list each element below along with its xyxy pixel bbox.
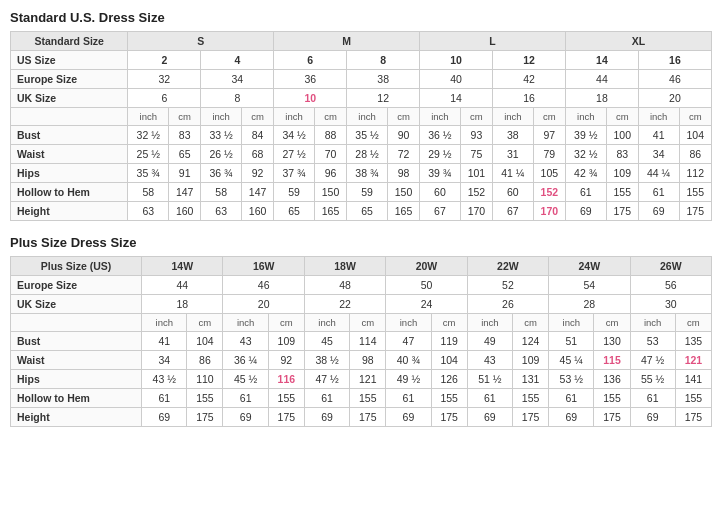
plus-eu-54: 54 <box>549 276 630 295</box>
hips-112: 112 <box>679 164 711 183</box>
plus-hips-label: Hips <box>11 370 142 389</box>
plus-height-69-4: 69 <box>386 408 431 427</box>
unit-cm-2: cm <box>241 108 273 126</box>
plus-20w: 20W <box>386 257 467 276</box>
plus-unit-inch-3: inch <box>304 314 349 332</box>
plus-height-label: Height <box>11 408 142 427</box>
plus-table: Plus Size (US) 14W 16W 18W 20W 22W 24W 2… <box>10 256 712 427</box>
waist-29h: 29 ½ <box>420 145 461 164</box>
bust-83: 83 <box>169 126 201 145</box>
plus-europe-label: Europe Size <box>11 276 142 295</box>
height-67-2: 67 <box>493 202 534 221</box>
plus-unit-row: inchcm inchcm inchcm inchcm inchcm inchc… <box>11 314 712 332</box>
bust-93: 93 <box>460 126 492 145</box>
plus-bust-49: 49 <box>467 332 512 351</box>
height-165-2: 165 <box>387 202 419 221</box>
plus-bust-51: 51 <box>549 332 594 351</box>
plus-height-69-1: 69 <box>142 408 187 427</box>
us-2: 2 <box>128 51 201 70</box>
plus-hollow-61-2: 61 <box>223 389 268 408</box>
plus-height-175-4: 175 <box>431 408 467 427</box>
plus-hollow-155-3: 155 <box>350 389 386 408</box>
eu-42: 42 <box>493 70 566 89</box>
plus-hips-141: 141 <box>675 370 711 389</box>
hollow-58-2: 58 <box>201 183 242 202</box>
plus-hollow-row: Hollow to Hem 61155 61155 61155 61155 61… <box>11 389 712 408</box>
hollow-152-2: 152 <box>533 183 565 202</box>
plus-hips-116: 116 <box>268 370 304 389</box>
plus-unit-cm-3: cm <box>350 314 386 332</box>
plus-waist-104: 104 <box>431 351 467 370</box>
height-67-1: 67 <box>420 202 461 221</box>
waist-label: Waist <box>11 145 128 164</box>
bust-34h: 34 ½ <box>274 126 315 145</box>
hips-38t: 38 ¾ <box>347 164 388 183</box>
unit-empty <box>11 108 128 126</box>
hollow-59-1: 59 <box>274 183 315 202</box>
eu-44: 44 <box>565 70 638 89</box>
plus-waist-47h: 47 ½ <box>630 351 675 370</box>
height-69-1: 69 <box>565 202 606 221</box>
uk-18: 18 <box>565 89 638 108</box>
plus-bust-130: 130 <box>594 332 630 351</box>
plus-hollow-155-4: 155 <box>431 389 467 408</box>
uk-6: 6 <box>128 89 201 108</box>
eu-46: 46 <box>638 70 711 89</box>
standard-title: Standard U.S. Dress Size <box>10 10 712 25</box>
plus-height-69-5: 69 <box>467 408 512 427</box>
unit-cm-6: cm <box>533 108 565 126</box>
plus-height-69-2: 69 <box>223 408 268 427</box>
uk-size-label: UK Size <box>11 89 128 108</box>
standard-hollow-row: Hollow to Hem 58147 58147 59150 59150 60… <box>11 183 712 202</box>
plus-uk-row: UK Size 18 20 22 24 26 28 30 <box>11 295 712 314</box>
plus-hips-110: 110 <box>187 370 223 389</box>
hollow-155-1: 155 <box>606 183 638 202</box>
plus-waist-40t: 40 ¾ <box>386 351 431 370</box>
plus-14w: 14W <box>142 257 223 276</box>
plus-bust-53: 53 <box>630 332 675 351</box>
standard-height-row: Height 63160 63160 65165 65165 67170 671… <box>11 202 712 221</box>
standard-uk-row: UK Size 6 8 10 12 14 16 18 20 <box>11 89 712 108</box>
height-label: Height <box>11 202 128 221</box>
waist-26h: 26 ½ <box>201 145 242 164</box>
waist-31: 31 <box>493 145 534 164</box>
plus-waist-38h: 38 ½ <box>304 351 349 370</box>
plus-height-69-3: 69 <box>304 408 349 427</box>
bust-97: 97 <box>533 126 565 145</box>
plus-height-row: Height 69175 69175 69175 69175 69175 691… <box>11 408 712 427</box>
plus-height-175-1: 175 <box>187 408 223 427</box>
hollow-150-2: 150 <box>387 183 419 202</box>
plus-eu-52: 52 <box>467 276 548 295</box>
plus-bust-104: 104 <box>187 332 223 351</box>
hips-109: 109 <box>606 164 638 183</box>
plus-bust-124: 124 <box>513 332 549 351</box>
hips-39t: 39 ¾ <box>420 164 461 183</box>
unit-inch-4: inch <box>347 108 388 126</box>
unit-inch-3: inch <box>274 108 315 126</box>
plus-unit-cm-7: cm <box>675 314 711 332</box>
waist-70: 70 <box>314 145 346 164</box>
plus-height-175-6: 175 <box>594 408 630 427</box>
us-12: 12 <box>493 51 566 70</box>
plus-height-69-7: 69 <box>630 408 675 427</box>
height-63-1: 63 <box>128 202 169 221</box>
hips-44q: 44 ¼ <box>638 164 679 183</box>
unit-inch-2: inch <box>201 108 242 126</box>
plus-unit-cm-6: cm <box>594 314 630 332</box>
hollow-61-2: 61 <box>638 183 679 202</box>
bust-32h: 32 ½ <box>128 126 169 145</box>
standard-bust-row: Bust 32 ½83 33 ½84 34 ½88 35 ½90 36 ½93 … <box>11 126 712 145</box>
plus-hips-51h: 51 ½ <box>467 370 512 389</box>
plus-unit-inch-1: inch <box>142 314 187 332</box>
plus-26w: 26W <box>630 257 712 276</box>
plus-waist-row: Waist 3486 36 ¼92 38 ½98 40 ¾104 43109 4… <box>11 351 712 370</box>
us-14: 14 <box>565 51 638 70</box>
plus-unit-inch-5: inch <box>467 314 512 332</box>
waist-25h: 25 ½ <box>128 145 169 164</box>
standard-xl: XL <box>565 32 711 51</box>
plus-unit-cm-4: cm <box>431 314 467 332</box>
plus-bust-label: Bust <box>11 332 142 351</box>
plus-hollow-155-2: 155 <box>268 389 304 408</box>
bust-36h: 36 ½ <box>420 126 461 145</box>
height-63-2: 63 <box>201 202 242 221</box>
